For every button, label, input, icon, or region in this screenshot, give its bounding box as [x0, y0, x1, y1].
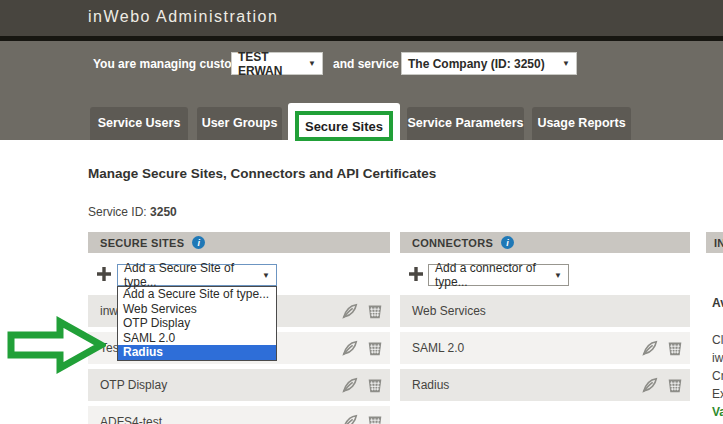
app-header: inWebo Administration [0, 0, 723, 36]
connector-row-label: SAML 2.0 [412, 341, 464, 355]
api-certificates-panel-header: IN [706, 232, 723, 253]
delete-icon[interactable] [366, 413, 384, 424]
connector-row: Radius [400, 369, 690, 401]
annotation-arrow-icon [4, 314, 106, 376]
secure-site-row-label: ADFS4-test [100, 415, 162, 424]
delete-icon[interactable] [666, 376, 684, 394]
delete-icon[interactable] [366, 302, 384, 320]
app-title: inWebo Administration [88, 8, 278, 26]
service-id-value: 3250 [150, 205, 177, 219]
customer-select-value: TEST ERWAN [238, 50, 302, 78]
chevron-down-icon: ▼ [562, 59, 570, 68]
dropdown-option[interactable]: OTP Display [118, 316, 276, 331]
add-connector-icon[interactable] [408, 266, 424, 282]
edit-icon[interactable] [341, 302, 359, 320]
secure-sites-panel-title: SECURE SITES [100, 237, 184, 249]
secure-site-row-label: OTP Display [100, 378, 167, 392]
connectors-panel: CONNECTORS i Add a connector of type... … [400, 232, 690, 424]
service-select[interactable]: The Company (ID: 3250) ▼ [401, 52, 577, 75]
service-id-line: Service ID: 3250 [88, 205, 177, 219]
connectors-panel-title: CONNECTORS [412, 237, 493, 249]
chevron-down-icon: ▼ [262, 271, 270, 280]
api-certificates-panel: IN Av Cl iw Cr Ex Va [706, 232, 723, 424]
edit-icon[interactable] [341, 376, 359, 394]
certificates-line: iw [712, 351, 723, 365]
edit-icon[interactable] [641, 376, 659, 394]
page-title: Manage Secure Sites, Connectors and API … [88, 166, 436, 181]
secure-site-row: ADFS4-test [88, 406, 390, 424]
info-icon[interactable]: i [192, 236, 205, 249]
certificates-status-line: Va [712, 405, 723, 419]
dropdown-option[interactable]: Web Services [118, 302, 276, 317]
annotation-highlight-box: Secure Sites [295, 111, 393, 141]
service-select-value: The Company (ID: 3250) [408, 57, 545, 71]
api-certificates-panel-title: IN [714, 237, 723, 249]
tab-usage-reports[interactable]: Usage Reports [532, 107, 631, 140]
certificates-line: Cl [712, 333, 723, 347]
chevron-down-icon: ▼ [554, 271, 562, 280]
dropdown-option-radius-highlighted[interactable]: Radius [118, 345, 276, 360]
connector-row-label: Radius [412, 378, 449, 392]
edit-icon[interactable] [641, 339, 659, 357]
customer-select[interactable]: TEST ERWAN ▼ [231, 52, 323, 75]
tab-secure-sites[interactable]: Secure Sites [288, 103, 400, 140]
chevron-down-icon: ▼ [308, 59, 316, 68]
certificates-line: Cr [712, 369, 723, 383]
inwebo-admin-page: { "colors": { "annotation_green": "#21a0… [0, 0, 723, 424]
secure-site-row: OTP Display [88, 369, 390, 401]
tab-service-parameters[interactable]: Service Parameters [407, 107, 524, 140]
secure-sites-panel: SECURE SITES i Add a Secure Site of type… [88, 232, 390, 424]
edit-icon[interactable] [341, 339, 359, 357]
add-secure-site-select[interactable]: Add a Secure Site of type... ▼ [117, 264, 277, 286]
connector-row: SAML 2.0 [400, 332, 690, 364]
add-secure-site-select-value: Add a Secure Site of type... [124, 261, 256, 289]
tab-user-groups[interactable]: User Groups [197, 107, 282, 140]
connectors-panel-header: CONNECTORS i [400, 232, 690, 253]
info-icon[interactable]: i [501, 236, 514, 249]
dropdown-option[interactable]: Add a Secure Site of type... [118, 287, 276, 302]
secure-sites-panel-header: SECURE SITES i [88, 232, 390, 253]
connector-row-label: Web Services [412, 304, 486, 318]
certificates-line: Av [712, 296, 723, 310]
dropdown-option[interactable]: SAML 2.0 [118, 331, 276, 346]
secure-site-type-dropdown: Add a Secure Site of type... Web Service… [117, 286, 277, 361]
delete-icon[interactable] [366, 339, 384, 357]
add-connector-select-value: Add a connector of type... [435, 261, 548, 289]
delete-icon[interactable] [666, 339, 684, 357]
tab-service-users[interactable]: Service Users [90, 107, 188, 140]
certificates-line: Ex [712, 387, 723, 401]
delete-icon[interactable] [366, 376, 384, 394]
service-id-label: Service ID: [88, 205, 147, 219]
add-connector-select[interactable]: Add a connector of type... ▼ [428, 264, 569, 286]
and-service-label: and service [333, 57, 399, 71]
edit-icon[interactable] [341, 413, 359, 424]
connector-row: Web Services [400, 295, 690, 327]
add-secure-site-icon[interactable] [96, 266, 112, 282]
